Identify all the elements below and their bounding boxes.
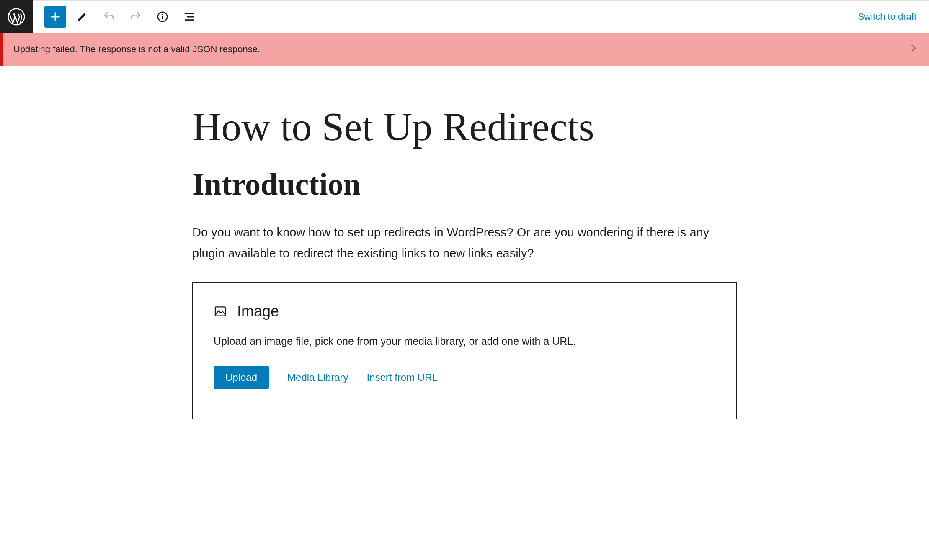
editor-topbar: Switch to draft xyxy=(0,0,929,33)
paragraph-block[interactable]: Do you want to know how to set up redire… xyxy=(192,222,733,264)
image-block-placeholder[interactable]: Image Upload an image file, pick one fro… xyxy=(192,282,737,419)
image-icon xyxy=(214,305,227,318)
error-message: Updating failed. The response is not a v… xyxy=(13,44,260,55)
redo-icon xyxy=(129,10,142,23)
post-title[interactable]: How to Set Up Redirects xyxy=(192,104,737,150)
toolbar-left xyxy=(33,6,200,28)
outline-button[interactable] xyxy=(178,6,200,28)
redo-button[interactable] xyxy=(125,6,147,28)
info-icon xyxy=(156,10,169,23)
add-block-button[interactable] xyxy=(44,6,66,28)
upload-button[interactable]: Upload xyxy=(214,366,269,389)
image-block-actions: Upload Media Library Insert from URL xyxy=(214,366,715,389)
toolbar-right: Switch to draft xyxy=(858,11,929,22)
details-button[interactable] xyxy=(152,6,173,28)
insert-from-url-button[interactable]: Insert from URL xyxy=(366,372,437,383)
undo-button[interactable] xyxy=(98,6,120,28)
heading-block[interactable]: Introduction xyxy=(192,167,737,202)
error-banner: Updating failed. The response is not a v… xyxy=(0,33,929,66)
wordpress-icon xyxy=(7,8,26,26)
svg-rect-3 xyxy=(162,16,163,20)
editor-canvas: How to Set Up Redirects Introduction Do … xyxy=(0,66,929,419)
switch-to-draft-button[interactable]: Switch to draft xyxy=(858,11,916,22)
pencil-icon xyxy=(76,10,88,23)
svg-point-2 xyxy=(162,14,163,15)
wordpress-logo[interactable] xyxy=(0,0,33,33)
undo-icon xyxy=(103,10,115,23)
image-block-header: Image xyxy=(214,303,715,320)
image-block-description: Upload an image file, pick one from your… xyxy=(214,335,715,347)
edit-tools-button[interactable] xyxy=(71,6,93,28)
post-content: How to Set Up Redirects Introduction Do … xyxy=(192,104,737,419)
chevron-right-icon xyxy=(910,42,918,54)
plus-icon xyxy=(49,10,62,23)
list-view-icon xyxy=(183,10,196,23)
svg-rect-4 xyxy=(215,307,225,316)
image-block-title: Image xyxy=(237,303,279,320)
dismiss-error-button[interactable] xyxy=(910,42,918,57)
media-library-button[interactable]: Media Library xyxy=(287,372,348,383)
